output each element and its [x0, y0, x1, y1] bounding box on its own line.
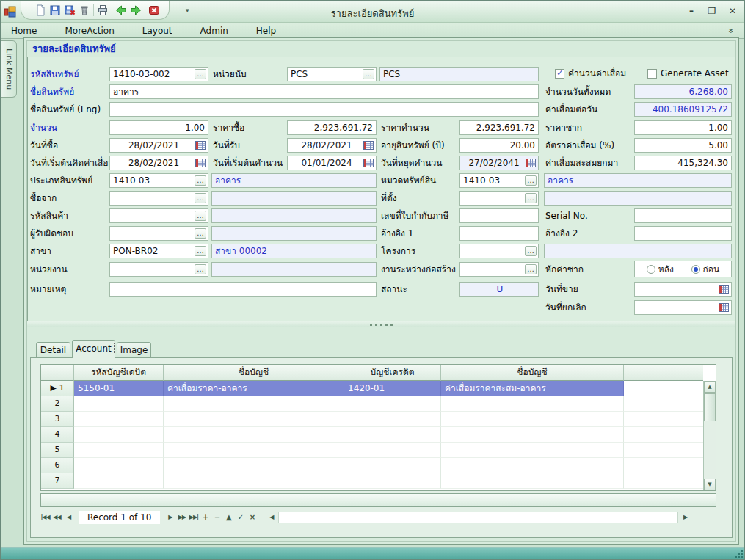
- unit-name-field[interactable]: PCS: [379, 67, 539, 81]
- nav-next-page-button[interactable]: ▶▶: [177, 512, 186, 523]
- grid-cell[interactable]: [441, 458, 624, 473]
- asset-group-lookup-button[interactable]: …: [525, 175, 537, 186]
- calc-start-date-field[interactable]: 01/01/2024: [287, 156, 377, 170]
- location-code-field[interactable]: …: [459, 191, 539, 206]
- asset-group-code-field[interactable]: 1410-03…: [459, 173, 539, 188]
- grid-header-credit-name[interactable]: ชื่อบัญชี: [441, 365, 624, 381]
- wip-lookup-button[interactable]: …: [525, 264, 537, 274]
- product-code-lookup-button[interactable]: …: [195, 211, 206, 221]
- asset-group-name-field[interactable]: อาคาร: [544, 173, 732, 188]
- grid-cell[interactable]: [344, 458, 441, 473]
- project-name-field[interactable]: [544, 244, 732, 258]
- product-code-field[interactable]: …: [109, 208, 208, 223]
- calc-stop-date-field[interactable]: 27/02/2041: [459, 156, 539, 170]
- purchase-price-field[interactable]: 2,923,691.72: [287, 120, 377, 135]
- navigate-back-icon[interactable]: [114, 3, 128, 18]
- grid-cell[interactable]: [164, 427, 344, 443]
- radio-after[interactable]: หลัง: [647, 262, 674, 276]
- nav-delete-button[interactable]: −: [212, 512, 222, 523]
- branch-lookup-button[interactable]: …: [195, 246, 206, 256]
- grid-cell[interactable]: [344, 412, 441, 427]
- product-name-field[interactable]: [211, 208, 377, 223]
- grid-cell[interactable]: [74, 443, 164, 458]
- grid-cell[interactable]: [441, 396, 624, 412]
- menu-help[interactable]: Help: [256, 26, 276, 36]
- calc-price-field[interactable]: 2,923,691.72: [459, 120, 539, 135]
- status-field[interactable]: U: [459, 282, 539, 297]
- nav-last-button[interactable]: ▶▶|: [189, 512, 198, 523]
- calc-start-date-calendar-icon[interactable]: [363, 159, 374, 168]
- responsible-code-field[interactable]: …: [109, 226, 208, 241]
- wip-code-field[interactable]: …: [459, 262, 539, 277]
- delete-icon[interactable]: [77, 3, 92, 18]
- asset-code-lookup-button[interactable]: …: [195, 69, 206, 79]
- grid-cell[interactable]: [441, 412, 624, 427]
- grid-header-credit-code[interactable]: บัญชีเครดิต: [344, 365, 441, 381]
- tax-invoice-field[interactable]: [459, 208, 539, 223]
- dep-rate-field[interactable]: 5.00: [634, 138, 732, 153]
- grid-row[interactable]: 4: [41, 427, 716, 443]
- row-indicator[interactable]: 6: [41, 458, 74, 473]
- menu-admin[interactable]: Admin: [200, 26, 228, 36]
- save-icon[interactable]: [48, 3, 62, 18]
- grid-cell[interactable]: [164, 396, 344, 412]
- grid-cell[interactable]: [164, 458, 344, 473]
- grid-cell[interactable]: [74, 473, 164, 489]
- purchase-date-field[interactable]: 28/02/2021: [109, 138, 208, 153]
- grid-cell[interactable]: 1420-01: [344, 381, 441, 396]
- sale-date-calendar-icon[interactable]: [718, 285, 730, 294]
- purchase-date-calendar-icon[interactable]: [195, 141, 206, 150]
- row-indicator[interactable]: 4: [41, 427, 74, 443]
- grid-cell[interactable]: [344, 396, 441, 412]
- row-indicator[interactable]: 2: [41, 396, 74, 412]
- grid-cell[interactable]: [74, 458, 164, 473]
- sale-date-field[interactable]: [634, 282, 732, 297]
- branch-name-field[interactable]: สาขา 00002: [211, 244, 377, 258]
- buy-from-name-field[interactable]: [211, 191, 377, 206]
- toolbar-overflow-icon[interactable]: ▾: [186, 7, 189, 14]
- hscroll-left-icon[interactable]: ◀: [266, 512, 276, 523]
- nav-first-button[interactable]: |◀◀: [40, 512, 50, 523]
- grid-cell[interactable]: [344, 427, 441, 443]
- buy-from-lookup-button[interactable]: …: [195, 193, 206, 203]
- asset-name-field[interactable]: อาคาร: [109, 84, 539, 99]
- responsible-name-field[interactable]: [211, 226, 377, 241]
- hscroll-right-icon[interactable]: ▶: [680, 512, 690, 523]
- nav-endedit-button[interactable]: ✓: [236, 512, 245, 523]
- tab-detail[interactable]: Detail: [36, 342, 70, 358]
- nav-append-button[interactable]: +: [200, 512, 210, 523]
- grid-cell[interactable]: 5150-01: [74, 381, 164, 396]
- nav-next-button[interactable]: ▶: [165, 512, 175, 523]
- location-name-field[interactable]: [544, 191, 732, 206]
- unit-code-field[interactable]: PCS…: [287, 67, 377, 81]
- total-days-field[interactable]: 6,268.00: [634, 84, 732, 99]
- dep-start-date-field[interactable]: 28/02/2021: [109, 156, 208, 170]
- radio-before[interactable]: ก่อน: [691, 262, 720, 276]
- grid-cell[interactable]: [344, 443, 441, 458]
- maximize-button[interactable]: ❐: [705, 4, 719, 18]
- grid-cell[interactable]: [74, 396, 164, 412]
- generate-asset-checkbox[interactable]: [647, 69, 657, 79]
- resize-grip[interactable]: [734, 549, 743, 558]
- grid-cell[interactable]: ค่าเสื่อมราคา-อาคาร: [164, 381, 344, 396]
- row-indicator[interactable]: 3: [41, 412, 74, 427]
- salvage-price-field[interactable]: 1.00: [634, 120, 732, 135]
- dep-start-date-calendar-icon[interactable]: [195, 159, 206, 168]
- buy-from-code-field[interactable]: …: [109, 191, 208, 206]
- asset-type-lookup-button[interactable]: …: [195, 175, 206, 186]
- close-button[interactable]: ✕: [725, 4, 740, 18]
- close-form-icon[interactable]: [147, 3, 161, 18]
- grid-row[interactable]: 7: [41, 473, 716, 489]
- calc-stop-date-calendar-icon[interactable]: [525, 159, 537, 168]
- receive-date-calendar-icon[interactable]: [363, 141, 374, 150]
- grid-cell[interactable]: [164, 412, 344, 427]
- department-code-field[interactable]: …: [109, 262, 208, 277]
- menu-moreaction[interactable]: MoreAction: [65, 26, 114, 36]
- link-menu-tab[interactable]: Link Menu: [1, 40, 17, 98]
- grid-cell[interactable]: [344, 473, 441, 489]
- asset-name-eng-field[interactable]: [109, 102, 539, 117]
- row-indicator[interactable]: 5: [41, 443, 74, 458]
- row-indicator[interactable]: ▶ 1: [41, 381, 74, 396]
- grid-header-debit-code[interactable]: รหัสบัญชีเดบิต: [74, 365, 164, 381]
- navigate-forward-icon[interactable]: [128, 3, 143, 18]
